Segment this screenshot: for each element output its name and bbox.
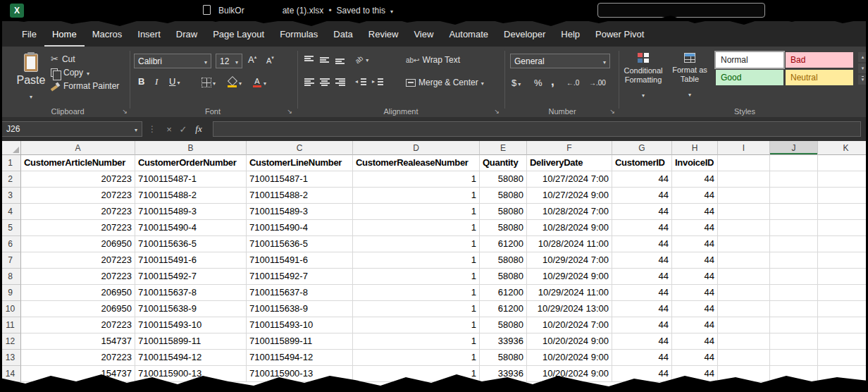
cell-C10[interactable]: 7100115638-9 [247,301,353,317]
wrap-text-button[interactable]: Wrap Text [406,55,460,65]
cell-A5[interactable]: 207223 [21,220,135,236]
row-header-9[interactable]: 9 [0,285,21,301]
cell-D9[interactable]: 1 [353,285,480,301]
alignment-dialog-launcher-icon[interactable] [494,108,500,115]
cell-B5[interactable]: 7100115490-4 [135,220,247,236]
cell-F12[interactable]: 10/20/2024 9:00 [527,333,612,350]
cell-B11[interactable]: 7100115493-10 [135,317,247,333]
cell-C9[interactable]: 7100115637-8 [247,285,353,301]
cell-G2[interactable]: 44 [612,171,672,188]
cell-A2[interactable]: 207223 [21,171,135,188]
bottom-align-button[interactable] [335,56,345,64]
cell-K12[interactable] [818,333,868,350]
paste-button[interactable]: Paste [14,51,48,103]
cell-C7[interactable]: 7100115491-6 [247,252,353,269]
cell-K13[interactable] [818,350,868,366]
ribbon-tab-power-pivot[interactable]: Power Pivot [588,21,652,47]
cell-A1[interactable]: CustomerArticleNumber [21,155,135,171]
cell-H12[interactable]: 44 [672,333,718,350]
cell-H9[interactable]: 44 [672,285,718,301]
row-header-10[interactable]: 10 [0,301,21,317]
cell-C3[interactable]: 7100115488-2 [247,188,353,204]
cell-G7[interactable]: 44 [612,252,672,269]
cell-H6[interactable]: 44 [672,236,718,252]
bold-button[interactable]: B [138,76,144,87]
cell-C6[interactable]: 7100115636-5 [247,236,353,252]
cell-G12[interactable]: 44 [612,333,672,350]
cell-A4[interactable]: 207223 [21,204,135,220]
cell-A13[interactable]: 207223 [21,350,135,366]
cell-B6[interactable]: 7100115636-5 [135,236,247,252]
cell-J6[interactable] [770,236,818,252]
cell-F13[interactable]: 10/20/2024 9:00 [527,350,612,366]
cell-A10[interactable]: 206950 [21,301,135,317]
cell-C8[interactable]: 7100115492-7 [247,269,353,285]
cell-C1[interactable]: CustomerLineNumber [247,155,353,171]
cell-J2[interactable] [770,171,818,188]
column-header-H[interactable]: H [672,141,718,155]
cell-J7[interactable] [770,252,818,269]
cell-K4[interactable] [818,204,868,220]
cell-E6[interactable]: 61200 [480,236,527,252]
row-header-4[interactable]: 4 [0,204,21,220]
cell-A3[interactable]: 207223 [21,188,135,204]
align-right-button[interactable] [335,78,345,86]
center-button[interactable] [320,78,330,86]
cell-G10[interactable]: 44 [612,301,672,317]
cell-I6[interactable] [718,236,770,252]
cell-G14[interactable]: 44 [612,366,672,382]
cell-J13[interactable] [770,350,818,366]
excel-app-icon[interactable] [10,4,24,18]
ribbon-tab-file[interactable]: File [14,21,44,47]
cell-F9[interactable]: 10/29/2024 11:00 [527,285,612,301]
ribbon-tab-automate[interactable]: Automate [441,21,496,47]
cell-G3[interactable]: 44 [612,188,672,204]
cell-I12[interactable] [718,333,770,350]
ribbon-tab-formulas[interactable]: Formulas [272,21,326,47]
cell-K2[interactable] [818,171,868,188]
insert-function-button[interactable]: fx [190,123,207,135]
cell-K8[interactable] [818,269,868,285]
cell-G1[interactable]: CustomerID [612,155,672,171]
cell-F11[interactable]: 10/20/2024 7:00 [527,317,612,333]
cell-I11[interactable] [718,317,770,333]
enter-formula-button[interactable] [176,124,190,135]
cell-D3[interactable]: 1 [353,188,480,204]
cancel-formula-button[interactable] [162,124,176,135]
cell-K6[interactable] [818,236,868,252]
cell-C5[interactable]: 7100115490-4 [247,220,353,236]
cell-E11[interactable]: 58080 [480,317,527,333]
format-as-table-button[interactable]: Format as Table [668,51,712,104]
font-size-combo[interactable]: 12 [216,54,242,68]
row-header-2[interactable]: 2 [0,171,21,188]
column-header-F[interactable]: F [527,141,612,155]
font-dialog-launcher-icon[interactable] [287,108,292,115]
row-header-11[interactable]: 11 [0,317,21,333]
row-header-12[interactable]: 12 [0,333,21,350]
column-header-B[interactable]: B [135,141,247,155]
cell-A12[interactable]: 154737 [21,333,135,350]
increase-decimal-button[interactable]: ←.0 [566,79,579,87]
number-dialog-launcher-icon[interactable] [609,108,615,115]
cell-C11[interactable]: 7100115493-10 [247,317,353,333]
cut-button[interactable]: Cut [51,54,119,64]
font-color-button[interactable] [252,77,266,87]
ribbon-tab-home[interactable]: Home [44,21,85,47]
row-header-5[interactable]: 5 [0,220,21,236]
row-header-13[interactable]: 13 [0,350,21,366]
cell-D7[interactable]: 1 [353,252,480,269]
cell-E12[interactable]: 33936 [480,333,527,350]
ribbon-tab-draw[interactable]: Draw [168,21,205,47]
cell-F4[interactable]: 10/28/2024 7:00 [527,204,612,220]
cell-F10[interactable]: 10/29/2024 13:00 [527,301,612,317]
cell-H13[interactable]: 44 [672,350,718,366]
format-painter-button[interactable]: Format Painter [51,81,119,91]
cell-I7[interactable] [718,252,770,269]
percent-style-button[interactable]: % [534,78,542,88]
cell-A9[interactable]: 206950 [21,285,135,301]
cell-B4[interactable]: 7100115489-3 [135,204,247,220]
cell-D5[interactable]: 1 [353,220,480,236]
cell-G5[interactable]: 44 [612,220,672,236]
cell-C13[interactable]: 7100115494-12 [247,350,353,366]
cell-J9[interactable] [770,285,818,301]
